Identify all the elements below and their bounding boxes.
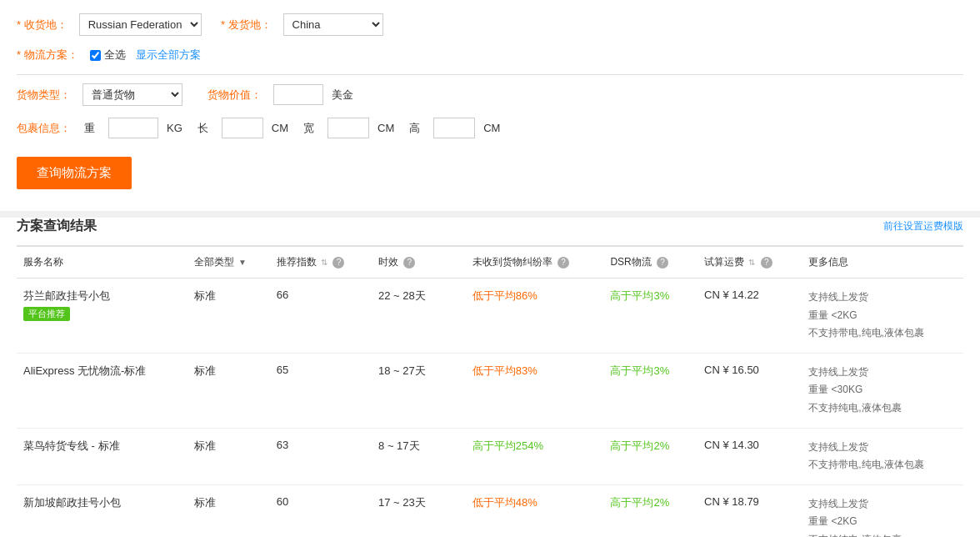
length-unit: CM: [272, 122, 288, 134]
weight-unit: KG: [167, 122, 182, 134]
results-table: 服务名称 全部类型 ▼ 推荐指数 ⇅ ? 时效 ? 未收到货物纠纷率 ?: [17, 247, 963, 537]
currency-label: 美金: [332, 88, 353, 103]
recommend-score: 60: [270, 484, 372, 537]
results-title: 方案查询结果: [17, 218, 97, 235]
timeliness-help-icon[interactable]: ?: [403, 257, 415, 268]
shipping-cost: CN ¥ 18.79: [698, 484, 802, 537]
shipping-cost: CN ¥ 14.30: [698, 428, 802, 484]
table-row: 芬兰邮政挂号小包平台推荐标准6622 ~ 28天低于平均86%高于平均3%CN …: [17, 279, 963, 354]
col-header-timeliness: 时效 ?: [372, 247, 466, 279]
show-all-link[interactable]: 显示全部方案: [136, 48, 201, 63]
timeliness-value: 18 ~ 27天: [372, 353, 466, 428]
col-header-dsr: DSR物流 ?: [603, 247, 698, 279]
settings-link[interactable]: 前往设置运费模版: [883, 219, 963, 233]
more-info: 支持线上发货重量 <30KG不支持纯电,液体包裹: [802, 353, 963, 428]
select-all-checkbox-label[interactable]: 全选: [90, 48, 126, 63]
width-label: 宽: [303, 121, 314, 136]
goods-value-input[interactable]: 20: [273, 84, 323, 105]
dispute-rate: 高于平均254%: [466, 428, 604, 484]
shipping-cost: CN ¥ 16.50: [698, 353, 802, 428]
timeliness-value: 17 ~ 23天: [372, 484, 466, 537]
dsr-help-icon[interactable]: ?: [657, 257, 668, 268]
recommend-help-icon[interactable]: ?: [332, 257, 344, 268]
cost-sort-icon: ⇅: [748, 258, 755, 267]
timeliness-value: 22 ~ 28天: [372, 279, 466, 354]
package-label: 包裹信息：: [17, 121, 71, 136]
divider-1: [17, 74, 963, 75]
height-label: 高: [409, 121, 420, 136]
service-name: 菜鸟特货专线 - 标准: [23, 439, 181, 454]
more-info: 支持线上发货重量 <2KG不支持带电,纯电,液体包裹: [802, 279, 963, 354]
table-row: 新加坡邮政挂号小包标准6017 ~ 23天低于平均48%高于平均2%CN ¥ 1…: [17, 484, 963, 537]
dsr-value: 高于平均3%: [603, 353, 698, 428]
service-type: 标准: [188, 428, 270, 484]
cost-help-icon[interactable]: ?: [761, 257, 772, 268]
col-header-service: 服务名称: [17, 247, 188, 279]
dispute-rate: 低于平均48%: [466, 484, 604, 537]
height-input[interactable]: 5: [433, 118, 475, 138]
width-input[interactable]: 10: [328, 118, 369, 138]
shipping-cost: CN ¥ 14.22: [698, 279, 802, 354]
recommend-score: 66: [270, 279, 372, 354]
platform-tag: 平台推荐: [23, 307, 70, 321]
divider-2: [0, 211, 980, 218]
goods-value-label: 货物价值：: [208, 88, 262, 103]
dispute-rate: 低于平均83%: [466, 353, 604, 428]
goods-type-label: 货物类型：: [17, 88, 71, 103]
select-all-text: 全选: [104, 48, 126, 63]
recommend-sort-icon: ⇅: [321, 258, 328, 267]
destination-label: * 收货地：: [17, 18, 68, 33]
dsr-value: 高于平均2%: [603, 428, 698, 484]
dsr-value: 高于平均3%: [603, 279, 698, 354]
select-all-checkbox[interactable]: [90, 50, 101, 61]
goods-type-select[interactable]: 普通货物: [82, 83, 182, 106]
col-header-type[interactable]: 全部类型 ▼: [188, 247, 270, 279]
col-header-more: 更多信息: [802, 247, 963, 279]
type-dropdown-icon: ▼: [238, 258, 247, 267]
table-row: 菜鸟特货专线 - 标准标准638 ~ 17天高于平均254%高于平均2%CN ¥…: [17, 428, 963, 484]
dispute-rate: 低于平均86%: [466, 279, 604, 354]
timeliness-value: 8 ~ 17天: [372, 428, 466, 484]
col-header-dispute: 未收到货物纠纷率 ?: [466, 247, 604, 279]
service-name: 芬兰邮政挂号小包: [23, 289, 181, 304]
weight-input[interactable]: 0.05: [108, 118, 158, 138]
destination-select[interactable]: Russian Federation: [79, 13, 202, 36]
table-row: AliExpress 无忧物流-标准标准6518 ~ 27天低于平均83%高于平…: [17, 353, 963, 428]
more-info: 支持线上发货重量 <2KG不支持纯电,液体包裹: [802, 484, 963, 537]
height-unit: CM: [483, 122, 500, 134]
more-info: 支持线上发货不支持带电,纯电,液体包裹: [802, 428, 963, 484]
length-label: 长: [198, 121, 208, 136]
col-header-recommend: 推荐指数 ⇅ ?: [270, 247, 372, 279]
origin-select[interactable]: China: [283, 13, 383, 36]
query-button[interactable]: 查询物流方案: [17, 157, 132, 189]
col-header-cost: 试算运费 ⇅ ?: [698, 247, 802, 279]
service-name: 新加坡邮政挂号小包: [23, 495, 181, 510]
service-type: 标准: [188, 353, 270, 428]
dispute-help-icon[interactable]: ?: [558, 257, 569, 268]
origin-label: * 发货地：: [221, 18, 272, 33]
service-name: AliExpress 无忧物流-标准: [23, 364, 181, 379]
logistics-label: * 物流方案：: [17, 48, 78, 63]
dsr-value: 高于平均2%: [603, 484, 698, 537]
service-type: 标准: [188, 279, 270, 354]
recommend-score: 65: [270, 353, 372, 428]
weight-label: 重: [84, 121, 95, 136]
recommend-score: 63: [270, 428, 372, 484]
width-unit: CM: [378, 122, 394, 134]
length-input[interactable]: 10: [222, 118, 263, 138]
service-type: 标准: [188, 484, 270, 537]
